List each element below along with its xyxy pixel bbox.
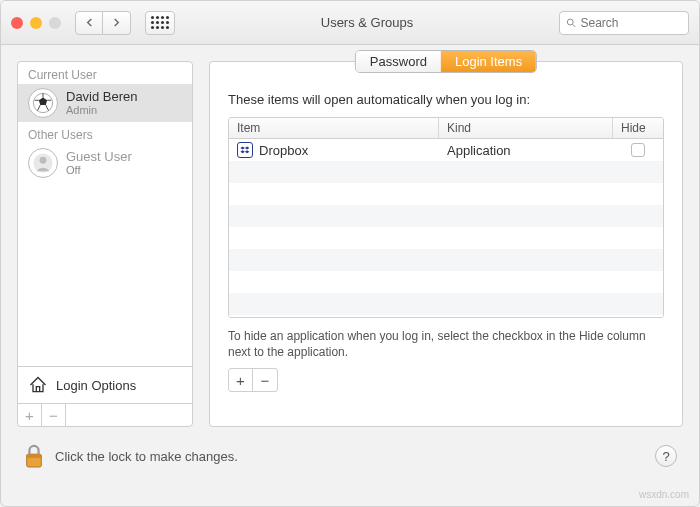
user-row-current[interactable]: David Beren Admin <box>18 84 192 122</box>
dropbox-icon <box>237 142 253 158</box>
login-items-table: Item Kind Hide Dropbox Application <box>228 117 664 318</box>
nav-buttons <box>75 11 131 35</box>
soccer-ball-icon <box>32 92 54 114</box>
item-kind: Application <box>439 143 613 158</box>
avatar <box>28 88 58 118</box>
user-role: Admin <box>66 104 138 116</box>
svg-rect-7 <box>27 454 42 458</box>
content-panel: Current User David Beren Admin Other Use… <box>1 45 699 443</box>
svg-point-5 <box>40 157 47 164</box>
remove-user-button[interactable]: − <box>42 404 66 426</box>
search-field[interactable] <box>559 11 689 35</box>
other-users-label: Other Users <box>18 122 192 144</box>
sidebar-add-remove: + − <box>18 403 192 426</box>
close-window-button[interactable] <box>11 17 23 29</box>
add-user-button[interactable]: + <box>18 404 42 426</box>
chevron-right-icon <box>112 18 121 27</box>
user-name: Guest User <box>66 150 132 164</box>
table-header: Item Kind Hide <box>229 118 663 139</box>
hide-checkbox[interactable] <box>631 143 645 157</box>
back-button[interactable] <box>75 11 103 35</box>
grid-icon <box>151 16 169 29</box>
avatar <box>28 148 58 178</box>
svg-point-0 <box>567 19 573 25</box>
watermark: wsxdn.com <box>639 489 689 500</box>
search-input[interactable] <box>581 16 683 30</box>
login-options-label: Login Options <box>56 378 136 393</box>
col-kind[interactable]: Kind <box>439 118 613 138</box>
login-items-description: These items will open automatically when… <box>228 92 664 107</box>
window-title: Users & Groups <box>183 15 551 30</box>
col-hide[interactable]: Hide <box>613 118 663 138</box>
remove-item-button[interactable]: − <box>253 369 277 391</box>
col-item[interactable]: Item <box>229 118 439 138</box>
main-panel: Password Login Items These items will op… <box>209 61 683 427</box>
house-icon <box>28 375 48 395</box>
show-all-button[interactable] <box>145 11 175 35</box>
search-icon <box>566 17 577 29</box>
svg-line-1 <box>573 24 576 27</box>
chevron-left-icon <box>85 18 94 27</box>
window-controls <box>11 17 61 29</box>
item-name: Dropbox <box>259 143 308 158</box>
add-item-button[interactable]: + <box>229 369 253 391</box>
current-user-label: Current User <box>18 62 192 84</box>
items-add-remove: + − <box>228 368 278 392</box>
lock-icon[interactable] <box>23 443 45 469</box>
lock-text: Click the lock to make changes. <box>55 449 645 464</box>
login-options-button[interactable]: Login Options <box>18 366 192 403</box>
titlebar: Users & Groups <box>1 1 699 45</box>
zoom-window-button[interactable] <box>49 17 61 29</box>
hide-hint: To hide an application when you log in, … <box>228 328 664 360</box>
user-name: David Beren <box>66 90 138 104</box>
user-role: Off <box>66 164 132 176</box>
footer: Click the lock to make changes. ? <box>1 443 699 483</box>
forward-button[interactable] <box>103 11 131 35</box>
tab-bar: Password Login Items <box>355 50 537 73</box>
table-row[interactable]: Dropbox Application <box>229 139 663 161</box>
user-row-guest[interactable]: Guest User Off <box>18 144 192 182</box>
tab-login-items[interactable]: Login Items <box>441 51 536 72</box>
table-body: Dropbox Application <box>229 139 663 317</box>
minimize-window-button[interactable] <box>30 17 42 29</box>
tab-password[interactable]: Password <box>356 51 441 72</box>
help-button[interactable]: ? <box>655 445 677 467</box>
guest-user-icon <box>32 152 54 174</box>
users-sidebar: Current User David Beren Admin Other Use… <box>17 61 193 427</box>
